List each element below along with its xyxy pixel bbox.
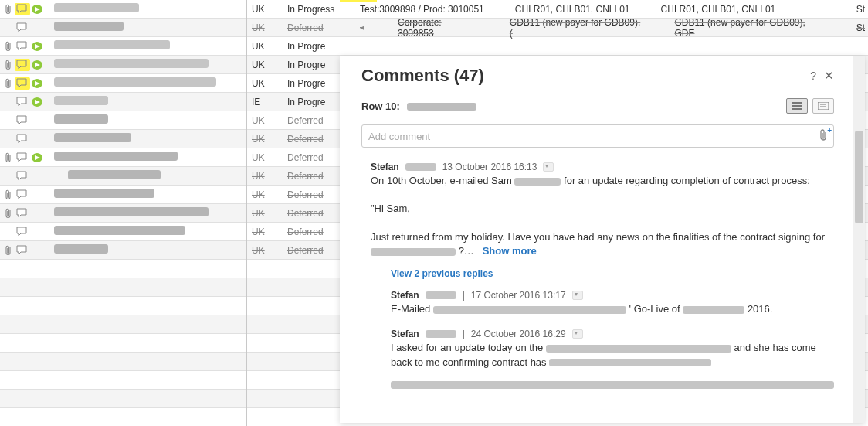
redacted-text (546, 345, 731, 353)
list-row[interactable] (0, 0, 246, 19)
list-row[interactable] (0, 148, 246, 167)
comment-icon[interactable] (15, 3, 29, 15)
list-row[interactable] (0, 241, 246, 260)
comment-icon[interactable] (15, 22, 29, 33)
row-name-cell (49, 170, 244, 182)
list-row[interactable] (0, 37, 246, 56)
comment-icon[interactable] (15, 227, 29, 237)
redacted-text (54, 114, 108, 124)
redacted-text (54, 226, 185, 235)
redacted-text (514, 178, 561, 186)
comment-author: Stefan (391, 290, 419, 301)
flag-icon[interactable] (29, 41, 45, 52)
view-mode-detail-button[interactable] (812, 98, 834, 114)
close-button[interactable]: ✕ (824, 69, 834, 83)
view-previous-replies-link[interactable]: View 2 previous replies (391, 268, 493, 279)
comment-icon[interactable] (15, 97, 29, 107)
list-row[interactable] (0, 19, 246, 37)
row-name-cell (49, 226, 244, 237)
row-name-cell (49, 189, 244, 200)
redacted-text (407, 103, 476, 111)
flag-icon[interactable] (29, 97, 45, 107)
list-row-empty (0, 408, 246, 426)
status-cell: Deferred (287, 19, 357, 36)
separator: | (463, 290, 465, 301)
view-mode-list-button[interactable] (786, 98, 808, 114)
comments-panel: Comments (47) ? ✕ Row 10: Add comment (340, 56, 865, 423)
country-cell: UK (247, 241, 287, 259)
row-name-cell (49, 96, 244, 107)
comment-menu-button[interactable] (543, 162, 554, 172)
country-cell: UK (247, 56, 287, 73)
help-button[interactable]: ? (810, 70, 816, 82)
comment-text: ?… (459, 245, 474, 257)
attachment-icon[interactable] (2, 41, 15, 52)
comment-icon[interactable] (15, 152, 29, 163)
list-row-empty (0, 353, 246, 371)
comment-author: Stefan (371, 162, 399, 172)
attachment-icon[interactable] (2, 152, 15, 163)
name-grid[interactable] (0, 0, 247, 426)
comment-menu-button[interactable] (572, 329, 583, 339)
attachment-icon[interactable] (2, 208, 15, 219)
attachment-icon[interactable] (2, 78, 15, 89)
attachment-icon[interactable] (2, 245, 15, 256)
plus-icon: + (827, 126, 832, 135)
list-row-empty (0, 371, 246, 390)
comment-author: Stefan (391, 329, 419, 339)
row-name-cell (49, 114, 244, 126)
status-cell: In Progre (287, 37, 357, 55)
panel-context-row: Row 10: (361, 101, 476, 112)
redacted-text (54, 59, 209, 68)
comment-icon[interactable] (15, 115, 29, 126)
list-row[interactable] (0, 111, 246, 130)
separator: | (463, 329, 465, 339)
country-cell: UK (247, 130, 287, 148)
list-row-empty (0, 297, 246, 315)
scrollbar-thumb[interactable] (855, 131, 863, 223)
comment-icon[interactable] (15, 189, 29, 200)
list-row[interactable] (0, 167, 246, 186)
list-row[interactable] (0, 130, 246, 148)
attachment-icon[interactable] (2, 189, 15, 200)
detail-row[interactable]: UKDeferred◂Corporate: 3009853GDB11 (new … (247, 19, 868, 37)
list-row[interactable] (0, 74, 246, 93)
list-row[interactable] (0, 204, 246, 223)
svg-rect-7 (792, 105, 802, 107)
comment-icon[interactable] (15, 59, 29, 71)
comment-icon[interactable] (15, 134, 29, 145)
list-row[interactable] (0, 223, 246, 241)
row-name-cell (49, 244, 244, 256)
show-more-link[interactable]: Show more (483, 245, 537, 257)
detail-row[interactable]: UKIn Progre (247, 37, 868, 56)
redacted-text (54, 244, 108, 254)
row-name-cell (49, 59, 244, 70)
list-row[interactable] (0, 186, 246, 204)
comment-text: for an update regarding completion of co… (564, 175, 810, 186)
flag-icon[interactable] (29, 152, 45, 163)
list-row[interactable] (0, 56, 246, 74)
scrollbar[interactable] (853, 56, 865, 423)
comment-icon[interactable] (15, 41, 29, 52)
list-row-empty (0, 278, 246, 297)
add-comment-placeholder: Add comment (368, 131, 430, 142)
comment-text: "Hi Sam, (371, 203, 410, 214)
list-row[interactable] (0, 93, 246, 111)
row-prefix: Row 10: (361, 101, 400, 112)
comment-icon[interactable] (15, 245, 29, 256)
comment-text: I asked for an update today on the (391, 342, 543, 353)
add-comment-input[interactable]: Add comment + (361, 124, 834, 148)
attachment-icon[interactable] (2, 4, 15, 15)
attachment-icon[interactable] (2, 60, 15, 70)
comment-icon[interactable] (15, 208, 29, 219)
comment-icon[interactable] (15, 77, 29, 90)
flag-icon[interactable] (29, 60, 45, 70)
detail-row[interactable]: UKIn ProgressTest:3009898 / Prod: 301005… (247, 0, 868, 19)
main-cell: ◂Corporate: 3009853GDB11 (new payer for … (357, 19, 868, 36)
comment-icon[interactable] (15, 171, 29, 182)
row-name-cell (49, 40, 244, 52)
comment-menu-button[interactable] (572, 291, 583, 300)
flag-icon[interactable] (29, 78, 45, 89)
flag-icon[interactable] (29, 4, 45, 15)
redacted-text (54, 22, 124, 31)
